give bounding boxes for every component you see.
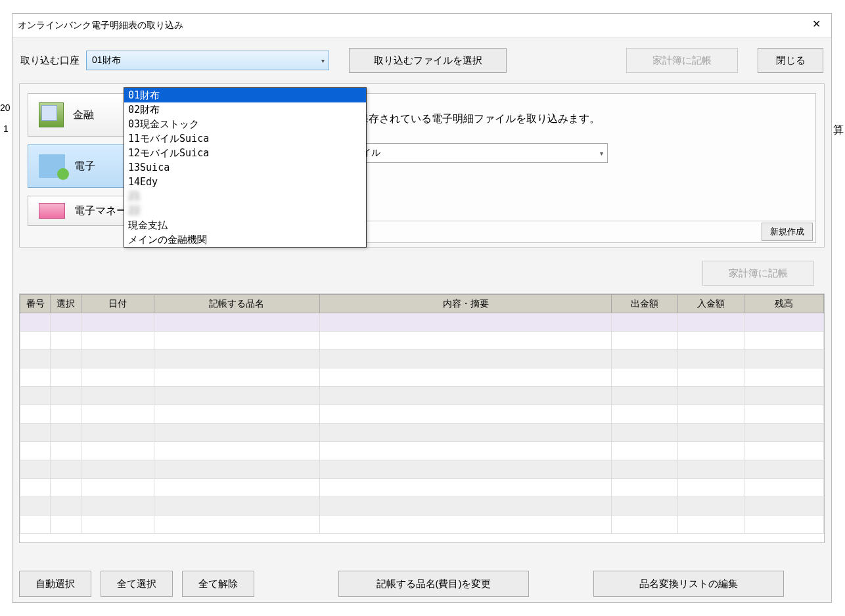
account-option[interactable]: メインの金融機関 bbox=[124, 232, 366, 247]
record-button-top: 家計簿に記帳 bbox=[626, 48, 738, 73]
table-row[interactable] bbox=[20, 405, 824, 424]
select-all-button[interactable]: 全て選択 bbox=[101, 571, 173, 597]
grid-body bbox=[20, 313, 824, 534]
mid-record-row: 家計簿に記帳 bbox=[12, 252, 831, 291]
account-combo[interactable]: 01財布 ▾ bbox=[86, 51, 329, 70]
deselect-all-button[interactable]: 全て解除 bbox=[182, 571, 254, 597]
table-row[interactable] bbox=[20, 516, 824, 534]
table-row[interactable] bbox=[20, 424, 824, 442]
table-row[interactable] bbox=[20, 460, 824, 479]
table-row[interactable] bbox=[20, 442, 824, 460]
edit-conversion-list-button[interactable]: 品名変換リストの編集 bbox=[593, 571, 784, 597]
account-option[interactable]: 02財布 bbox=[124, 102, 366, 117]
table-row[interactable] bbox=[20, 479, 824, 497]
account-label: 取り込む口座 bbox=[20, 55, 80, 67]
bank-icon bbox=[39, 102, 64, 127]
table-row[interactable] bbox=[20, 313, 824, 332]
bg-year-fragment: 20 bbox=[0, 102, 11, 113]
account-option[interactable]: 14Edy bbox=[124, 175, 366, 189]
col-header-name[interactable]: 記帳する品名 bbox=[154, 295, 319, 313]
dialog-title: オンラインバンク電子明細表の取り込み bbox=[18, 20, 183, 32]
col-header-select[interactable]: 選択 bbox=[51, 295, 81, 313]
toolbar: 取り込む口座 01財布 ▾ 取り込むファイルを選択 家計簿に記帳 閉じる bbox=[12, 37, 831, 79]
chevron-down-icon: ▾ bbox=[600, 150, 603, 157]
account-combo-value: 01財布 bbox=[92, 55, 121, 66]
select-file-button[interactable]: 取り込むファイルを選択 bbox=[349, 48, 507, 73]
change-item-name-button[interactable]: 記帳する品名(費目)を変更 bbox=[338, 571, 529, 597]
account-option[interactable]: 22 bbox=[124, 204, 366, 218]
col-header-summary[interactable]: 内容・摘要 bbox=[320, 295, 612, 313]
col-header-no[interactable]: 番号 bbox=[20, 295, 51, 313]
table-row[interactable] bbox=[20, 497, 824, 516]
table-row[interactable] bbox=[20, 332, 824, 350]
auto-select-button[interactable]: 自動選択 bbox=[19, 571, 91, 597]
table-row[interactable] bbox=[20, 368, 824, 387]
col-header-out[interactable]: 出金額 bbox=[612, 295, 678, 313]
title-bar: オンラインバンク電子明細表の取り込み ✕ bbox=[12, 14, 831, 37]
record-button-mid: 家計簿に記帳 bbox=[702, 261, 814, 286]
panel-description: ピューターに保存されている電子明細ファイルを取り込みます。 bbox=[295, 112, 804, 126]
col-header-balance[interactable]: 残高 bbox=[744, 295, 823, 313]
account-option[interactable]: 01財布 bbox=[124, 88, 366, 102]
account-option[interactable]: 現金支払 bbox=[124, 218, 366, 232]
account-option[interactable]: 11モバイルSuica bbox=[124, 131, 366, 146]
transactions-grid[interactable]: 番号 選択 日付 記帳する品名 内容・摘要 出金額 入金額 残高 bbox=[19, 294, 825, 543]
import-dialog: オンラインバンク電子明細表の取り込み ✕ 取り込む口座 01財布 ▾ 取り込むフ… bbox=[12, 13, 832, 603]
close-button[interactable]: 閉じる bbox=[758, 48, 823, 73]
account-dropdown[interactable]: 01財布02財布03現金ストック11モバイルSuica12モバイルSuica13… bbox=[124, 87, 367, 248]
footer-toolbar: 自動選択 全て選択 全て解除 記帳する品名(費目)を変更 品名変換リストの編集 bbox=[19, 571, 825, 597]
close-icon[interactable]: ✕ bbox=[801, 14, 831, 33]
table-row[interactable] bbox=[20, 387, 824, 405]
col-header-in[interactable]: 入金額 bbox=[677, 295, 744, 313]
bg-calc-char: 算 bbox=[833, 123, 844, 137]
account-option[interactable]: 21 bbox=[124, 189, 366, 204]
chevron-down-icon: ▾ bbox=[321, 57, 325, 64]
table-row[interactable] bbox=[20, 350, 824, 368]
col-header-date[interactable]: 日付 bbox=[81, 295, 154, 313]
tab-bank-label: 金融 bbox=[73, 108, 94, 122]
account-option[interactable]: 03現金ストック bbox=[124, 117, 366, 131]
tab-file-label: 電子 bbox=[74, 160, 95, 173]
emoney-icon bbox=[39, 203, 65, 219]
bg-one: 1 bbox=[3, 123, 9, 134]
account-option[interactable]: 12モバイルSuica bbox=[124, 146, 366, 160]
new-button[interactable]: 新規作成 bbox=[762, 223, 813, 241]
file-icon bbox=[39, 154, 65, 178]
account-option[interactable]: 13Suica bbox=[124, 160, 366, 175]
grid-header-row: 番号 選択 日付 記帳する品名 内容・摘要 出金額 入金額 残高 bbox=[20, 295, 824, 313]
